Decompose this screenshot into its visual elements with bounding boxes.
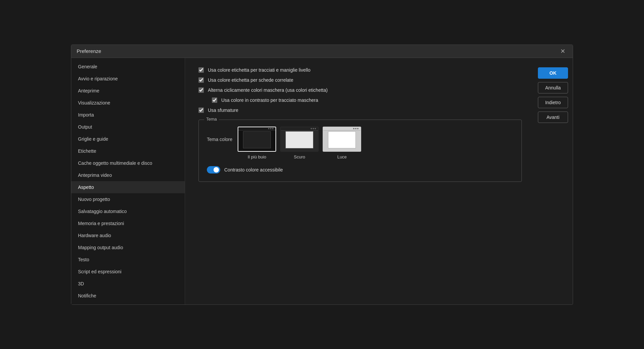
avanti-button[interactable]: Avanti xyxy=(538,112,568,123)
checkbox-label-cb3: Alterna ciclicamente colori maschera (us… xyxy=(208,87,328,93)
sidebar-item-griglie[interactable]: Griglie e guide xyxy=(71,133,185,145)
checkbox-row-cb2: Usa colore etichetta per schede correlat… xyxy=(198,77,522,83)
checkbox-cb1[interactable] xyxy=(198,67,204,73)
title-bar: Preferenze ✕ xyxy=(71,45,573,58)
thumb-inner-darkest xyxy=(243,131,271,148)
sidebar-item-anteprima-video[interactable]: Anteprima video xyxy=(71,169,185,181)
theme-thumb-darkest[interactable] xyxy=(238,127,276,152)
checkbox-cb4[interactable] xyxy=(212,97,217,103)
thumb-topbar-darkest xyxy=(238,127,275,131)
checkbox-cb5[interactable] xyxy=(198,108,204,113)
sidebar-item-script[interactable]: Script ed espressioni xyxy=(71,266,185,278)
tema-colore-row: Tema coloreIl più buioScuroLuce xyxy=(207,127,513,159)
checkbox-row-cb4: Usa colore in contrasto per tracciato ma… xyxy=(212,97,522,103)
thumb-topbar-dark xyxy=(281,127,318,131)
theme-option-light: Luce xyxy=(323,127,361,159)
accessible-contrast-label: Contrasto colore accessibile xyxy=(224,167,283,172)
thumb-dots-dark xyxy=(311,128,316,129)
sidebar-item-anteprime[interactable]: Anteprime xyxy=(71,85,185,97)
theme-option-darkest: Il più buio xyxy=(238,127,276,159)
sidebar-item-visualizzazione[interactable]: Visualizzazione xyxy=(71,97,185,109)
dialog-title: Preferenze xyxy=(77,48,101,54)
sidebar-item-avvio[interactable]: Avvio e riparazione xyxy=(71,73,185,85)
sidebar-item-nuovo-progetto[interactable]: Nuovo progetto xyxy=(71,193,185,205)
sidebar-item-memoria[interactable]: Memoria e prestazioni xyxy=(71,217,185,229)
sidebar-item-cache[interactable]: Cache oggetto multimediale e disco xyxy=(71,157,185,169)
action-buttons: OK Annulla Indietro Avanti xyxy=(533,58,573,304)
checkbox-cb2[interactable] xyxy=(198,77,204,83)
checkbox-row-cb3: Alterna ciclicamente colori maschera (us… xyxy=(198,87,522,93)
theme-name-light: Luce xyxy=(337,154,347,159)
main-content: Usa colore etichetta per tracciati e man… xyxy=(185,58,533,304)
checkbox-cb3[interactable] xyxy=(198,87,204,93)
tema-section-label: Tema xyxy=(204,117,219,122)
sidebar-item-generale[interactable]: Generale xyxy=(71,61,185,73)
ok-button[interactable]: OK xyxy=(538,67,568,79)
checkbox-label-cb1: Usa colore etichetta per tracciati e man… xyxy=(208,67,311,73)
checkbox-row-cb5: Usa sfumature xyxy=(198,108,522,113)
tema-section: TemaTema coloreIl più buioScuroLuceContr… xyxy=(198,120,522,182)
tema-colore-label: Tema colore xyxy=(207,137,232,142)
thumb-inner-light xyxy=(328,131,356,148)
preferences-dialog: Preferenze ✕ GeneraleAvvio e riparazione… xyxy=(71,45,573,305)
dialog-body: GeneraleAvvio e riparazioneAnteprimeVisu… xyxy=(71,58,573,304)
sidebar-item-testo[interactable]: Testo xyxy=(71,254,185,266)
sidebar-item-notifiche[interactable]: Notifiche xyxy=(71,290,185,302)
sidebar-item-3d[interactable]: 3D xyxy=(71,278,185,290)
sidebar-item-salvataggio[interactable]: Salvataggio automatico xyxy=(71,205,185,217)
theme-thumb-light[interactable] xyxy=(323,127,361,152)
sidebar-item-mapping-audio[interactable]: Mapping output audio xyxy=(71,241,185,254)
theme-options: Il più buioScuroLuce xyxy=(238,127,361,159)
toggle-knob xyxy=(214,167,219,172)
checkbox-label-cb2: Usa colore etichetta per schede correlat… xyxy=(208,77,293,83)
sidebar-item-etichette[interactable]: Etichette xyxy=(71,145,185,157)
checkbox-label-cb4: Usa colore in contrasto per tracciato ma… xyxy=(221,97,318,103)
accessible-contrast-toggle[interactable] xyxy=(207,166,220,173)
sidebar-item-output[interactable]: Output xyxy=(71,121,185,133)
thumb-inner-dark xyxy=(286,131,313,148)
sidebar-item-hardware-audio[interactable]: Hardware audio xyxy=(71,229,185,241)
theme-thumb-dark[interactable] xyxy=(280,127,319,152)
sidebar-item-importa[interactable]: Importa xyxy=(71,109,185,121)
thumb-dots-darkest xyxy=(268,128,273,129)
checkbox-label-cb5: Usa sfumature xyxy=(208,108,238,113)
theme-name-dark: Scuro xyxy=(294,154,305,159)
thumb-topbar-light xyxy=(323,127,360,131)
close-button[interactable]: ✕ xyxy=(558,48,567,55)
annulla-button[interactable]: Annulla xyxy=(538,82,568,93)
sidebar: GeneraleAvvio e riparazioneAnteprimeVisu… xyxy=(71,58,185,304)
toggle-row: Contrasto colore accessibile xyxy=(207,166,513,173)
sidebar-item-aspetto[interactable]: Aspetto xyxy=(71,181,185,193)
theme-name-darkest: Il più buio xyxy=(248,154,266,159)
thumb-dots-light xyxy=(353,128,358,129)
indietro-button[interactable]: Indietro xyxy=(538,97,568,108)
theme-option-dark: Scuro xyxy=(280,127,319,159)
checkbox-row-cb1: Usa colore etichetta per tracciati e man… xyxy=(198,67,522,73)
